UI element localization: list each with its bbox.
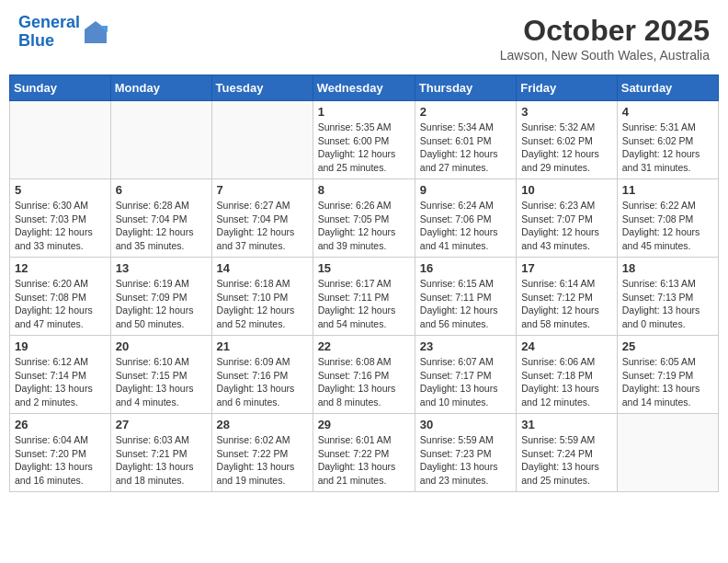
day-info: Sunrise: 5:59 AMSunset: 7:24 PMDaylight:… <box>521 433 612 488</box>
day-info: Sunrise: 6:05 AMSunset: 7:19 PMDaylight:… <box>622 355 713 409</box>
day-info: Sunrise: 6:03 AMSunset: 7:21 PMDaylight:… <box>116 433 207 488</box>
calendar-cell: 29Sunrise: 6:01 AMSunset: 7:22 PMDayligh… <box>313 414 415 492</box>
day-number: 16 <box>420 261 511 275</box>
day-number: 10 <box>521 183 612 197</box>
day-number: 12 <box>15 261 106 275</box>
day-number: 22 <box>318 339 410 353</box>
day-number: 17 <box>521 261 612 275</box>
calendar-cell: 7Sunrise: 6:27 AMSunset: 7:04 PMDaylight… <box>211 179 313 258</box>
calendar-cell: 17Sunrise: 6:14 AMSunset: 7:12 PMDayligh… <box>517 258 618 336</box>
day-number: 20 <box>116 339 207 353</box>
day-info: Sunrise: 5:32 AMSunset: 6:02 PMDaylight:… <box>521 121 612 175</box>
day-number: 8 <box>318 183 410 197</box>
calendar-cell <box>10 101 111 179</box>
day-number: 2 <box>420 105 511 119</box>
weekday-header: Thursday <box>415 75 516 101</box>
day-info: Sunrise: 6:09 AMSunset: 7:16 PMDaylight:… <box>217 355 308 409</box>
day-info: Sunrise: 6:02 AMSunset: 7:22 PMDaylight:… <box>217 433 308 488</box>
day-info: Sunrise: 6:15 AMSunset: 7:11 PMDaylight:… <box>420 277 511 331</box>
day-number: 25 <box>622 339 713 353</box>
calendar-cell: 31Sunrise: 5:59 AMSunset: 7:24 PMDayligh… <box>517 414 618 492</box>
logo-text: GeneralBlue <box>18 14 80 51</box>
day-number: 24 <box>521 339 612 353</box>
day-number: 15 <box>318 261 410 275</box>
calendar-cell: 15Sunrise: 6:17 AMSunset: 7:11 PMDayligh… <box>313 258 415 336</box>
day-number: 7 <box>217 183 308 197</box>
day-number: 1 <box>318 105 410 119</box>
day-number: 28 <box>217 418 308 431</box>
day-info: Sunrise: 6:30 AMSunset: 7:03 PMDaylight:… <box>15 199 106 253</box>
calendar-cell: 20Sunrise: 6:10 AMSunset: 7:15 PMDayligh… <box>110 336 211 414</box>
month-title: October 2025 <box>500 14 710 48</box>
week-row: 19Sunrise: 6:12 AMSunset: 7:14 PMDayligh… <box>10 336 719 414</box>
day-info: Sunrise: 6:06 AMSunset: 7:18 PMDaylight:… <box>521 355 612 409</box>
day-number: 21 <box>217 339 308 353</box>
day-number: 6 <box>116 183 207 197</box>
calendar-cell: 22Sunrise: 6:08 AMSunset: 7:16 PMDayligh… <box>313 336 415 414</box>
day-number: 14 <box>217 261 308 275</box>
day-info: Sunrise: 6:04 AMSunset: 7:20 PMDaylight:… <box>15 433 106 488</box>
calendar-cell: 30Sunrise: 5:59 AMSunset: 7:23 PMDayligh… <box>415 414 516 492</box>
day-number: 11 <box>622 183 713 197</box>
calendar-cell: 11Sunrise: 6:22 AMSunset: 7:08 PMDayligh… <box>617 179 718 258</box>
calendar-cell: 26Sunrise: 6:04 AMSunset: 7:20 PMDayligh… <box>10 414 111 492</box>
day-info: Sunrise: 6:23 AMSunset: 7:07 PMDaylight:… <box>521 199 612 253</box>
title-block: October 2025 Lawson, New South Wales, Au… <box>500 14 710 63</box>
day-number: 13 <box>116 261 207 275</box>
day-info: Sunrise: 6:13 AMSunset: 7:13 PMDaylight:… <box>622 277 713 331</box>
day-number: 29 <box>318 418 410 431</box>
day-info: Sunrise: 6:24 AMSunset: 7:06 PMDaylight:… <box>420 199 511 253</box>
day-number: 19 <box>15 339 106 353</box>
week-row: 12Sunrise: 6:20 AMSunset: 7:08 PMDayligh… <box>10 258 719 336</box>
calendar-cell: 4Sunrise: 5:31 AMSunset: 6:02 PMDaylight… <box>617 101 718 179</box>
week-row: 26Sunrise: 6:04 AMSunset: 7:20 PMDayligh… <box>10 414 719 492</box>
day-number: 27 <box>116 418 207 431</box>
day-info: Sunrise: 6:20 AMSunset: 7:08 PMDaylight:… <box>15 277 106 331</box>
day-info: Sunrise: 6:19 AMSunset: 7:09 PMDaylight:… <box>116 277 207 331</box>
day-info: Sunrise: 6:17 AMSunset: 7:11 PMDaylight:… <box>318 277 410 331</box>
day-number: 3 <box>521 105 612 119</box>
day-info: Sunrise: 5:59 AMSunset: 7:23 PMDaylight:… <box>420 433 511 488</box>
calendar-cell: 16Sunrise: 6:15 AMSunset: 7:11 PMDayligh… <box>415 258 516 336</box>
day-number: 9 <box>420 183 511 197</box>
calendar-cell: 23Sunrise: 6:07 AMSunset: 7:17 PMDayligh… <box>415 336 516 414</box>
calendar-cell: 13Sunrise: 6:19 AMSunset: 7:09 PMDayligh… <box>110 258 211 336</box>
calendar-cell <box>617 414 718 492</box>
calendar-cell: 19Sunrise: 6:12 AMSunset: 7:14 PMDayligh… <box>10 336 111 414</box>
calendar-cell: 14Sunrise: 6:18 AMSunset: 7:10 PMDayligh… <box>211 258 313 336</box>
calendar-cell: 27Sunrise: 6:03 AMSunset: 7:21 PMDayligh… <box>110 414 211 492</box>
day-info: Sunrise: 6:12 AMSunset: 7:14 PMDaylight:… <box>15 355 106 409</box>
day-info: Sunrise: 6:26 AMSunset: 7:05 PMDaylight:… <box>318 199 410 253</box>
day-info: Sunrise: 5:35 AMSunset: 6:00 PMDaylight:… <box>318 121 410 175</box>
logo-icon <box>82 18 109 46</box>
calendar-cell: 10Sunrise: 6:23 AMSunset: 7:07 PMDayligh… <box>517 179 618 258</box>
week-row: 1Sunrise: 5:35 AMSunset: 6:00 PMDaylight… <box>10 101 719 179</box>
calendar-table: SundayMondayTuesdayWednesdayThursdayFrid… <box>9 75 719 492</box>
page-header: GeneralBlue October 2025 Lawson, New Sou… <box>9 9 719 67</box>
day-info: Sunrise: 5:34 AMSunset: 6:01 PMDaylight:… <box>420 121 511 175</box>
day-number: 31 <box>521 418 612 431</box>
day-number: 23 <box>420 339 511 353</box>
weekday-header: Tuesday <box>211 75 313 101</box>
calendar-cell: 28Sunrise: 6:02 AMSunset: 7:22 PMDayligh… <box>211 414 313 492</box>
calendar-cell: 21Sunrise: 6:09 AMSunset: 7:16 PMDayligh… <box>211 336 313 414</box>
weekday-header: Friday <box>517 75 618 101</box>
day-info: Sunrise: 6:07 AMSunset: 7:17 PMDaylight:… <box>420 355 511 409</box>
calendar-cell <box>110 101 211 179</box>
day-info: Sunrise: 6:28 AMSunset: 7:04 PMDaylight:… <box>116 199 207 253</box>
calendar-cell: 24Sunrise: 6:06 AMSunset: 7:18 PMDayligh… <box>517 336 618 414</box>
week-row: 5Sunrise: 6:30 AMSunset: 7:03 PMDaylight… <box>10 179 719 258</box>
calendar-cell: 3Sunrise: 5:32 AMSunset: 6:02 PMDaylight… <box>517 101 618 179</box>
day-number: 30 <box>420 418 511 431</box>
weekday-header: Sunday <box>10 75 111 101</box>
day-info: Sunrise: 6:27 AMSunset: 7:04 PMDaylight:… <box>217 199 308 253</box>
calendar-cell: 18Sunrise: 6:13 AMSunset: 7:13 PMDayligh… <box>617 258 718 336</box>
weekday-header: Monday <box>110 75 211 101</box>
svg-marker-0 <box>85 21 107 43</box>
calendar-cell: 2Sunrise: 5:34 AMSunset: 6:01 PMDaylight… <box>415 101 516 179</box>
calendar-cell: 5Sunrise: 6:30 AMSunset: 7:03 PMDaylight… <box>10 179 111 258</box>
day-info: Sunrise: 6:14 AMSunset: 7:12 PMDaylight:… <box>521 277 612 331</box>
calendar-cell <box>211 101 313 179</box>
day-info: Sunrise: 5:31 AMSunset: 6:02 PMDaylight:… <box>622 121 713 175</box>
calendar-cell: 8Sunrise: 6:26 AMSunset: 7:05 PMDaylight… <box>313 179 415 258</box>
